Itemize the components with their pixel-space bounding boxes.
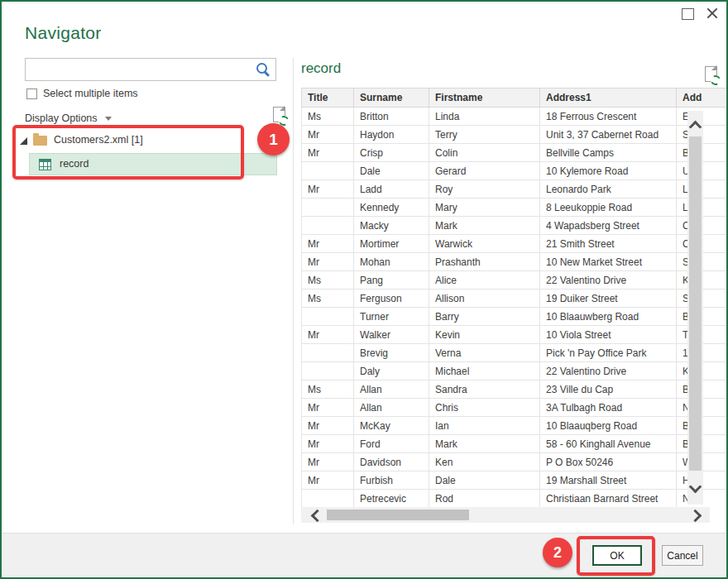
table-row: Mr Furbish Dale 19 Marshall Street H [302,471,728,490]
cell-surname: Mortimer [354,235,429,253]
column-header-title[interactable]: Title [302,89,354,108]
cell-title: Ms [302,290,354,308]
select-multiple-label: Select multiple items [43,88,138,99]
table-row: Mr Walker Kevin 10 Viola Street T [302,326,728,344]
cell-title [302,344,354,362]
scroll-up-icon[interactable] [689,121,702,134]
scroll-down-icon[interactable] [689,481,702,494]
cell-surname: Crisp [354,144,429,162]
cell-address1: 22 Valentino Drive [540,271,677,290]
cell-surname: Davidson [354,453,429,471]
cell-address1: 10 Viola Street [540,326,677,344]
cell-firstname: Ken [429,453,540,471]
cell-title [302,217,354,235]
horizontal-scrollbar-thumb[interactable] [327,510,469,520]
column-header-address2[interactable]: Add [677,89,728,108]
cell-title [302,162,354,180]
table-row: Turner Barry 10 Blaauwberg Road B [302,308,728,326]
cell-title: Mr [302,326,354,344]
cell-title: Mr [302,180,354,199]
cell-address1: Unit 3, 37 Cabernet Road [540,126,677,144]
search-box[interactable] [25,58,276,81]
cell-firstname: Dale [429,471,540,490]
annotation-box-1 [12,125,244,179]
cell-address1: 21 Smith Street [540,235,677,253]
cell-surname: Walker [354,326,429,344]
maximize-icon[interactable] [682,8,694,20]
table-row: Kennedy Mary 8 Leeukoppie Road L [302,199,728,217]
chevron-down-icon [105,117,112,121]
cell-surname: Kennedy [354,199,429,217]
column-header-firstname[interactable]: Firstname [429,89,540,108]
cell-title: Mr [302,253,354,271]
table-row: Mr Haydon Terry Unit 3, 37 Cabernet Road… [302,126,728,144]
cell-title [302,362,354,380]
vertical-scrollbar-thumb[interactable] [689,136,702,471]
cell-surname: Allan [354,399,429,417]
table-row: Mr Crisp Colin Bellville Camps B [302,144,728,162]
cell-address1: Pick 'n Pay Office Park [540,344,677,362]
cell-title: Ms [302,108,354,126]
cell-address1: 22 Valentino Drive [540,362,677,380]
cell-firstname: Gerard [429,162,540,180]
cell-title: Mr [302,235,354,253]
cell-address1: 10 Blaauqberg Road [540,417,677,435]
cell-firstname: Mark [429,217,540,235]
annotation-box-2 [577,536,655,576]
cell-surname: Petrecevic [354,490,429,508]
cell-surname: Ferguson [354,290,429,308]
horizontal-scrollbar[interactable] [301,507,710,523]
cell-address1: 4 Wapadsberg Street [540,217,677,235]
cell-surname: Allan [354,380,429,399]
select-multiple-checkbox[interactable] [26,89,37,99]
table-row: Ms Britton Linda 18 Ferrous Crescent E [302,108,728,126]
cell-firstname: Rod [429,490,540,508]
vertical-scrollbar[interactable] [687,111,703,505]
cell-address1: Bellville Camps [540,144,677,162]
cell-firstname: Roy [429,180,540,199]
cell-surname: Macky [354,217,429,235]
scroll-left-icon[interactable] [311,510,324,523]
table-row: Mr Davidson Ken P O Box 50246 W [302,453,728,471]
cell-address1: 19 Marshall Street [540,471,677,490]
navigator-dialog: Navigator Select multiple items Display … [0,0,728,579]
cell-surname: Ford [354,435,429,453]
cell-surname: Turner [354,308,429,326]
cell-title: Mr [302,453,354,471]
cell-firstname: Prashanth [429,253,540,271]
table-row: Petrecevic Rod Christiaan Barnard Street… [302,490,728,508]
cell-surname: Dale [354,162,429,180]
table-row: Macky Mark 4 Wapadsberg Street C [302,217,728,235]
table-row: Ms Ferguson Allison 19 Duiker Street S [302,290,728,308]
cell-firstname: Michael [429,362,540,380]
table-row: Mr Allan Chris 3A Tulbagh Road N [302,399,728,417]
search-icon[interactable] [256,63,267,74]
table-row: Dale Gerard 10 Kylemore Road U [302,162,728,180]
table-row: Mr Mortimer Warwick 21 Smith Street C [302,235,728,253]
cell-firstname: Warwick [429,235,540,253]
refresh-preview-icon[interactable] [704,65,721,85]
panel-divider [293,58,294,524]
cell-firstname: Allison [429,290,540,308]
cell-firstname: Mark [429,435,540,453]
close-icon[interactable] [706,7,719,20]
cell-address1: 18 Ferrous Crescent [540,108,677,126]
cell-address1: 10 Blaauwberg Road [540,308,677,326]
table-row: Ms Pang Alice 22 Valentino Drive K [302,271,728,290]
cell-title: Mr [302,417,354,435]
cell-title [302,199,354,217]
scroll-right-icon[interactable] [689,510,702,523]
cell-firstname: Terry [429,126,540,144]
cell-title: Mr [302,399,354,417]
cell-firstname: Ian [429,417,540,435]
column-header-surname[interactable]: Surname [354,89,429,108]
cell-title: Mr [302,144,354,162]
cancel-button[interactable]: Cancel [662,545,703,566]
search-input[interactable] [26,59,275,80]
display-options-label: Display Options [25,112,98,124]
annotation-step-1: 1 [257,123,290,156]
cell-title: Mr [302,435,354,453]
cell-title [302,490,354,508]
display-options-dropdown[interactable]: Display Options [25,112,112,124]
column-header-address1[interactable]: Address1 [540,89,677,108]
